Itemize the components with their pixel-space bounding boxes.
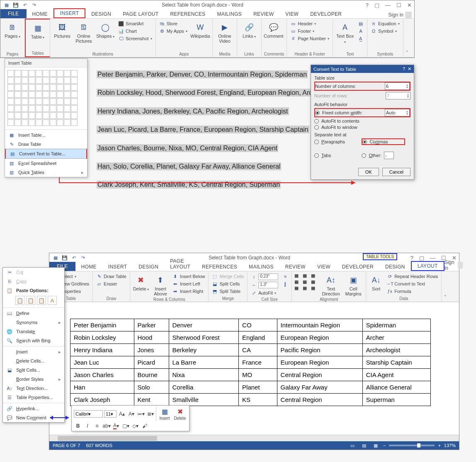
grid-cell[interactable] <box>64 77 70 84</box>
chart-button[interactable]: 📊Chart <box>117 28 153 34</box>
grid-cell[interactable] <box>7 91 14 98</box>
grid-cell[interactable] <box>15 91 21 98</box>
web-layout-icon[interactable]: ▦ <box>372 443 380 448</box>
mini-insert-button[interactable]: ▦Insert <box>158 408 172 421</box>
table-cell[interactable]: Parker <box>134 319 169 331</box>
tab-references[interactable]: REFERENCES <box>196 263 243 271</box>
grid-cell[interactable] <box>29 84 35 91</box>
tab-design[interactable]: DESIGN <box>133 263 164 271</box>
align-tl-icon[interactable]: ▦ <box>294 273 302 278</box>
tab-developer[interactable]: DEVELOPER <box>304 10 347 18</box>
undo-icon[interactable]: ↶ <box>70 254 78 261</box>
grid-cell[interactable] <box>7 98 14 105</box>
tab-view[interactable]: VIEW <box>279 10 304 18</box>
grid-cell[interactable] <box>29 112 35 119</box>
opt-autofit-window[interactable]: AutoFit to window <box>314 125 410 130</box>
ribbon-collapse-icon[interactable]: ˄ <box>403 19 411 57</box>
ribbon-collapse-icon[interactable]: ˄ <box>442 271 449 302</box>
table-cell[interactable]: CIA Agent <box>362 369 430 381</box>
convert-to-text-button[interactable]: →TConvert to Text <box>386 281 439 287</box>
grid-cell[interactable] <box>15 119 21 126</box>
drop-cap-button[interactable]: A̲ <box>357 35 364 42</box>
tab-mailings[interactable]: MAILINGS <box>243 263 279 271</box>
table-row[interactable]: HanSoloCorelliaPlanetGalaxy Far AwayAlli… <box>70 381 431 394</box>
table-cell[interactable]: Starship Captain <box>362 356 430 369</box>
tab-review[interactable]: REVIEW <box>248 10 279 18</box>
zoom-level[interactable]: 137% <box>444 443 456 448</box>
grid-cell[interactable] <box>50 84 56 91</box>
selected-text-line[interactable]: Robin Locksley, Hood, Sherwood Forest, E… <box>97 89 323 97</box>
opt-paragraphs[interactable]: Paragraphs <box>314 138 357 145</box>
tab-file[interactable]: FILE <box>0 9 27 18</box>
table-cell[interactable]: Smallville <box>169 394 239 406</box>
wordart-button[interactable]: A <box>357 28 364 34</box>
redo-icon[interactable]: ↷ <box>79 254 87 261</box>
bullets-icon[interactable]: ≔▾ <box>137 410 145 418</box>
grid-cell[interactable] <box>50 112 56 119</box>
grid-cell[interactable] <box>36 70 42 77</box>
insert-below-button[interactable]: ⬇Insert Below <box>172 273 206 280</box>
tab-pagelayout[interactable]: PAGE LAYOUT <box>117 10 164 18</box>
table-cell[interactable]: Jason Charles <box>70 369 134 381</box>
table-cell[interactable]: Corellia <box>169 381 239 394</box>
align-mc-icon[interactable]: ▦ <box>303 279 310 285</box>
store-button[interactable]: 🛍Store <box>158 20 188 27</box>
grid-cell[interactable] <box>50 119 56 126</box>
format-painter-icon[interactable]: 🖌 <box>141 422 149 430</box>
align-ml-icon[interactable]: ▦ <box>294 279 302 285</box>
footer-button[interactable]: ▭Footer <box>289 28 330 34</box>
redo-icon[interactable]: ↷ <box>30 1 38 9</box>
horizontal-scrollbar[interactable] <box>49 435 459 441</box>
mini-delete-button[interactable]: ✖Delete <box>173 408 187 421</box>
tab-home[interactable]: HOME <box>75 263 102 271</box>
grid-cell[interactable] <box>43 119 49 126</box>
wikipedia-button[interactable]: WWikipedia <box>191 20 210 39</box>
grid-cell[interactable] <box>57 77 63 84</box>
opt-fixed-width[interactable]: Fixed column width: Auto▲▼ <box>314 108 410 117</box>
font-select[interactable]: Calibri ▾ <box>74 410 103 418</box>
grid-cell[interactable] <box>15 112 21 119</box>
grid-cell[interactable] <box>22 112 28 119</box>
smartart-button[interactable]: ⬛SmartArt <box>117 20 153 27</box>
online-video-button[interactable]: ▶Online Video <box>215 20 234 44</box>
table-cell[interactable]: La Barre <box>169 356 239 369</box>
selected-text-line[interactable]: Henry Indiana, Jones, Berkeley, CA, Paci… <box>97 107 289 115</box>
symbol-button[interactable]: ΩSymbol <box>370 28 400 34</box>
paste-text-only-icon[interactable]: A <box>48 296 57 305</box>
grid-cell[interactable] <box>36 105 42 112</box>
ctx-border-styles[interactable]: Border Styles▸ <box>3 375 64 384</box>
ctx-hyperlink[interactable]: 🔗Hyperlink... <box>3 404 64 413</box>
ribbon-display-icon[interactable]: ▢ <box>419 255 424 261</box>
align-tc-icon[interactable]: ▦ <box>303 273 310 278</box>
zoom-in-icon[interactable]: + <box>438 443 440 448</box>
table-cell[interactable]: Central Region <box>277 394 362 406</box>
grid-cell[interactable] <box>43 98 49 105</box>
grid-cell[interactable] <box>7 112 14 119</box>
tab-review[interactable]: REVIEW <box>279 263 311 271</box>
align-center-icon[interactable]: ≡ <box>93 422 101 430</box>
fixed-width-input[interactable]: Auto▲▼ <box>385 109 410 116</box>
table-cell[interactable]: MO <box>239 369 277 381</box>
other-sep-input[interactable]: - <box>384 152 394 159</box>
tab-view[interactable]: VIEW <box>311 263 336 271</box>
tab-design[interactable]: DESIGN <box>85 10 117 18</box>
links-button[interactable]: 🔗Links <box>240 20 259 39</box>
grid-cell[interactable] <box>22 98 28 105</box>
italic-icon[interactable]: I <box>83 422 92 430</box>
grid-cell[interactable] <box>29 119 35 126</box>
zoom-slider[interactable] <box>389 445 435 446</box>
styles-icon[interactable]: ◇▾ <box>131 422 139 430</box>
ctx-text-direction[interactable]: A↕Text Direction... <box>3 384 64 393</box>
row-height-input[interactable]: ↕0.23" <box>250 273 279 281</box>
table-cell[interactable]: France <box>239 356 277 369</box>
ctx-synonyms[interactable]: Synonyms▸ <box>3 318 64 327</box>
tab-references[interactable]: REFERENCES <box>164 10 211 18</box>
table-row[interactable]: Jason CharlesBourneNixaMOCentral RegionC… <box>70 369 431 381</box>
grid-cell[interactable] <box>64 98 70 105</box>
font-color-icon[interactable]: A▾ <box>112 422 120 430</box>
insert-right-button[interactable]: ➡Insert Right <box>172 288 206 295</box>
close-icon[interactable]: ✕ <box>407 2 412 8</box>
tab-tabletools-design[interactable]: DESIGN <box>379 263 411 271</box>
numbering-icon[interactable]: ≣▾ <box>146 410 155 418</box>
draw-table-button[interactable]: ✎Draw Table <box>95 273 127 280</box>
